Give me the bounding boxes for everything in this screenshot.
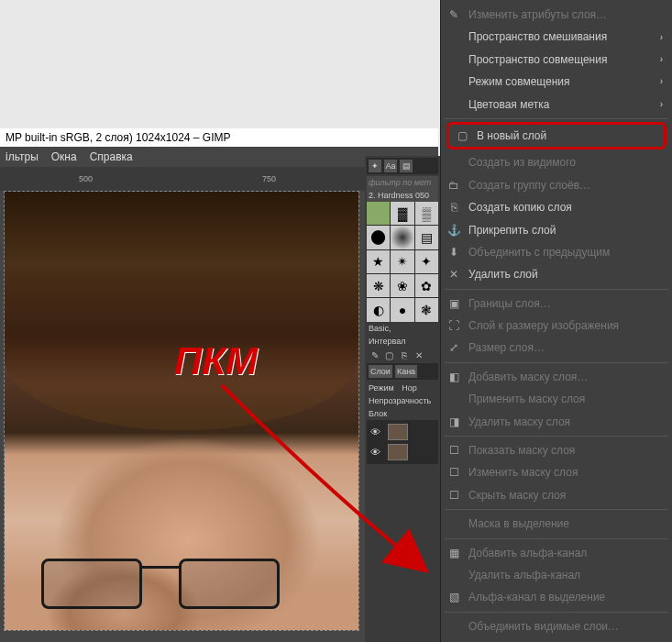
menu-new-group[interactable]: 🗀Создать группу слоёв…	[441, 174, 672, 196]
merge-icon: ⬇	[446, 245, 461, 260]
brush-preset[interactable]: ❀	[391, 274, 413, 297]
menu-show-mask[interactable]: ☐Показать маску слоя	[441, 439, 672, 461]
menu-alpha-to-selection[interactable]: ▧Альфа-канал в выделение	[441, 586, 672, 608]
layer-thumbnail	[388, 424, 408, 440]
menu-add-alpha[interactable]: ▦Добавить альфа-канал	[441, 542, 672, 564]
brush-preset[interactable]	[391, 226, 413, 249]
menu-delete-mask[interactable]: ◨Удалить маску слоя	[441, 411, 672, 433]
interval-label: Интервал	[367, 335, 438, 348]
menu-from-visible[interactable]: Создать из видимого	[441, 151, 672, 173]
checkbox-icon: ☐	[446, 488, 461, 503]
edit-brush-icon[interactable]: ✎	[369, 349, 380, 361]
menu-separator	[445, 509, 668, 510]
submenu-arrow-icon: ›	[660, 99, 663, 110]
gradient-tab-icon[interactable]: ▤	[400, 160, 413, 172]
checkbox-icon: ☐	[446, 466, 461, 481]
visibility-eye-icon[interactable]: 👁	[370, 447, 385, 458]
resize-icon: ⛶	[446, 318, 461, 333]
layer-row[interactable]: 👁	[369, 422, 436, 442]
edit-icon: ✎	[446, 7, 461, 22]
mode-row: Режим Нор	[367, 382, 438, 394]
brush-grid: ▓ ▒ ▤ ★ ✴ ✦ ❋ ❀ ✿ ◐ ● ❃	[367, 202, 438, 322]
menu-edit-mask[interactable]: ☐Изменить маску слоя	[441, 461, 672, 483]
menu-separator	[445, 538, 668, 539]
menu-to-image-size[interactable]: ⛶Слой к размеру изображения	[441, 315, 672, 337]
brush-tab-icon[interactable]: ✦	[369, 160, 381, 172]
menu-separator	[445, 118, 668, 119]
new-layer-icon: ▢	[455, 128, 469, 143]
menu-composite-space[interactable]: Пространство совмещения›	[441, 49, 672, 71]
menu-hide-mask[interactable]: ☐Скрыть маску слоя	[441, 484, 672, 506]
delete-brush-icon[interactable]: ✕	[413, 349, 424, 361]
menu-color-tag[interactable]: Цветовая метка›	[441, 94, 672, 116]
menu-remove-alpha[interactable]: Удалить альфа-канал	[441, 564, 672, 586]
text-tab-icon[interactable]: Aa	[384, 160, 397, 172]
menu-new-layer[interactable]: ▢В новый слой	[449, 125, 664, 147]
delete-mask-icon: ◨	[446, 415, 461, 429]
ruler-tick: 500	[79, 174, 93, 183]
checkbox-icon: ☐	[446, 443, 461, 458]
canvas[interactable]	[4, 191, 359, 631]
brush-preset[interactable]	[367, 202, 390, 225]
brush-preset[interactable]: ◐	[367, 298, 390, 321]
anchor-icon: ⚓	[446, 223, 461, 238]
visibility-eye-icon[interactable]: 👁	[370, 426, 385, 437]
channels-tab[interactable]: Кана	[395, 365, 417, 378]
folder-icon: 🗀	[446, 178, 461, 193]
menu-layer-size[interactable]: ⤢Размер слоя…	[441, 337, 672, 359]
mode-value[interactable]: Нор	[402, 383, 417, 393]
brush-preset[interactable]: ❃	[415, 298, 438, 321]
menu-anchor-layer[interactable]: ⚓Прикрепить слой	[441, 219, 672, 241]
title-bar: MP built-in sRGB, 2 слоя) 1024x1024 – GI…	[0, 128, 438, 147]
brush-preset[interactable]: ▤	[415, 226, 438, 249]
layers-tab[interactable]: Слои	[369, 365, 392, 378]
duplicate-brush-icon[interactable]: ⎘	[398, 349, 410, 361]
brush-preset[interactable]: ✦	[415, 250, 438, 273]
delete-icon: ✕	[446, 267, 461, 282]
selection-icon: ▧	[446, 591, 461, 605]
menu-add-mask[interactable]: ◧Добавить маску слоя…	[441, 366, 672, 388]
layer-context-menu: ✎Изменить атрибуты слоя… Пространство см…	[440, 0, 672, 642]
new-brush-icon[interactable]: ▢	[383, 349, 395, 361]
alpha-icon: ▦	[446, 546, 461, 560]
brush-preset[interactable]: ❋	[367, 274, 390, 297]
brush-preset[interactable]: ▓	[391, 202, 413, 225]
menu-composite-mode[interactable]: Режим совмещения›	[441, 71, 672, 93]
layer-row[interactable]: 👁	[369, 442, 436, 462]
menu-mask-to-selection[interactable]: Маска в выделение	[441, 513, 672, 535]
menu-merge-visible[interactable]: Объединить видимые слои…	[441, 615, 672, 637]
brush-preset[interactable]	[367, 226, 390, 249]
menu-layer-boundary[interactable]: ▣Границы слоя…	[441, 293, 672, 315]
boundary-icon: ▣	[446, 296, 461, 311]
menu-help[interactable]: Справка	[90, 150, 133, 163]
menu-blend-space[interactable]: Пространство смешивания›	[441, 26, 672, 48]
layers-list: 👁 👁	[367, 420, 438, 464]
brush-hardness-label: 2. Hardness 050	[367, 189, 438, 202]
mode-label: Режим	[369, 383, 394, 393]
menu-delete-layer[interactable]: ✕Удалить слой	[441, 263, 672, 285]
menu-flatten[interactable]: Свести изображение	[441, 637, 672, 642]
submenu-arrow-icon: ›	[660, 76, 663, 87]
brush-preset[interactable]: ▒	[415, 202, 438, 225]
menu-separator	[445, 612, 668, 613]
menu-apply-mask[interactable]: Применить маску слоя	[441, 388, 672, 410]
brush-filter-input[interactable]: фильтр по мет	[367, 176, 438, 189]
ruler-tick: 750	[262, 174, 276, 183]
menu-filters[interactable]: ільтры	[6, 150, 39, 163]
image-glasses	[41, 559, 280, 614]
menu-separator	[445, 362, 668, 363]
scale-icon: ⤢	[446, 341, 461, 356]
right-dock: ✦ Aa ▤ фильтр по мет 2. Hardness 050 ▓ ▒…	[365, 156, 440, 642]
menu-merge-down[interactable]: ⬇Объединить с предыдущим	[441, 241, 672, 263]
menu-edit-layer-attrs[interactable]: ✎Изменить атрибуты слоя…	[441, 4, 672, 26]
menu-separator	[445, 289, 668, 290]
brush-preset[interactable]: ●	[391, 298, 413, 321]
menu-duplicate-layer[interactable]: ⎘Создать копию слоя	[441, 196, 672, 218]
brush-preset[interactable]: ✴	[391, 250, 413, 273]
submenu-arrow-icon: ›	[660, 54, 663, 65]
menu-windows[interactable]: Окна	[51, 150, 77, 163]
brush-preset[interactable]: ✿	[415, 274, 438, 297]
brush-preset[interactable]: ★	[367, 250, 390, 273]
opacity-label: Непрозрачность	[367, 394, 438, 407]
lock-label: Блок	[367, 407, 438, 420]
